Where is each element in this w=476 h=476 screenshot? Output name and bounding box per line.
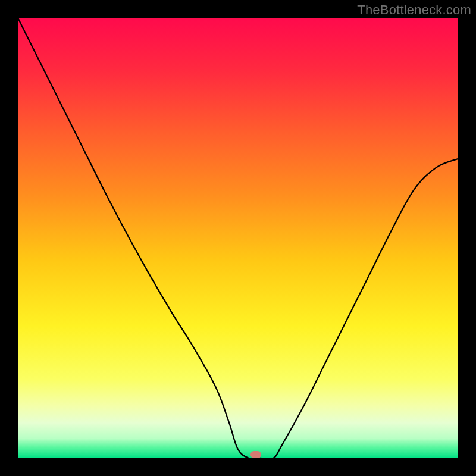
- watermark-text: TheBottleneck.com: [357, 2, 471, 18]
- chart-curve-canvas: [18, 18, 458, 458]
- optimal-point-marker: [250, 451, 261, 458]
- chart-frame: TheBottleneck.com: [0, 0, 476, 476]
- plot-area: [18, 18, 458, 458]
